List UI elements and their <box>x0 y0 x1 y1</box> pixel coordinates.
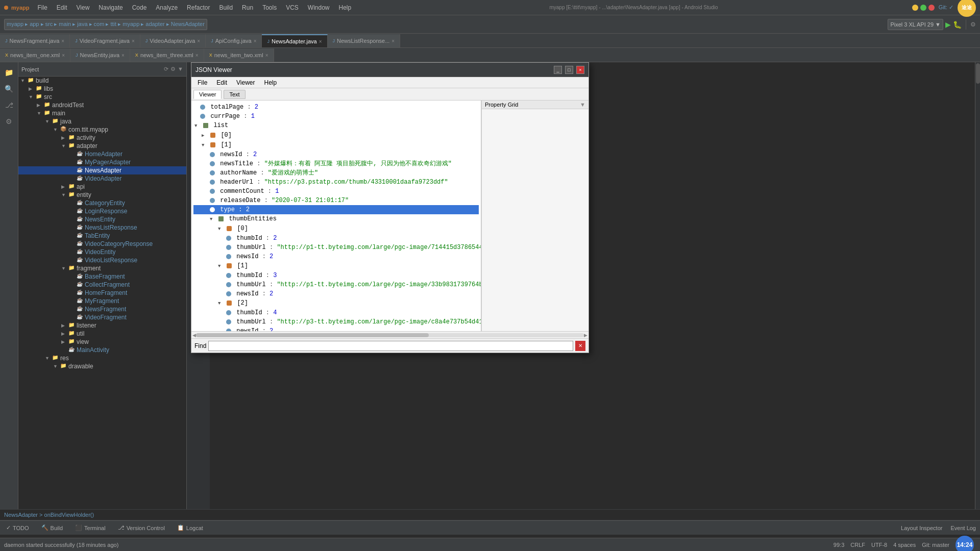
right-scrollbar[interactable] <box>975 62 980 509</box>
scroll-thumb[interactable] <box>976 63 980 84</box>
json-node-te2-newsid[interactable]: newsId : 2 <box>193 327 479 331</box>
json-node-headerurl[interactable]: headerUrl : "https://p3.pstatp.com/thumb… <box>193 178 479 187</box>
search-icon[interactable]: 🔍 <box>3 83 15 95</box>
json-node-totalpage[interactable]: totalPage : 2 <box>193 103 479 112</box>
json-node-releasedate[interactable]: releaseDate : "2020-07-31 21:01:17" <box>193 196 479 205</box>
json-node-newstitle[interactable]: newsTitle : "外媒爆料：有着 阿互隆 项目胎死腹中, 只因为他不喜欢… <box>193 159 479 168</box>
tree-item-api[interactable]: ▶ 📁 api <box>18 183 186 191</box>
tab-newsitemthree[interactable]: X news_item_three.xml × <box>130 48 204 62</box>
tab-videofragment[interactable]: J VideoFragment.java × <box>70 34 140 47</box>
json-node-te1-thumburl[interactable]: thumbUrl : "http://p1-tt.byteimg.com/lar… <box>193 280 479 289</box>
expand-button[interactable]: ▼ <box>202 141 207 150</box>
tab-close-button[interactable]: × <box>195 53 199 58</box>
tab-newsentity[interactable]: J NewsEntity.java × <box>70 48 130 62</box>
tree-item-loginresponse[interactable]: ☕ LoginResponse <box>18 207 186 215</box>
tab-apiconfig[interactable]: J ApiConfig.java × <box>206 34 262 47</box>
project-icon[interactable]: 📁 <box>3 66 15 79</box>
sidebar-sync-icon[interactable]: ⟳ <box>164 66 168 72</box>
tab-newsfragment[interactable]: J NewsFragment.java × <box>0 34 70 47</box>
git-side-icon[interactable]: ⎇ <box>3 99 15 111</box>
json-node-commentcount[interactable]: commentCount : 1 <box>193 187 479 196</box>
tree-item-basefragment[interactable]: ☕ BaseFragment <box>18 272 186 281</box>
json-node-list[interactable]: ▼ list <box>193 121 479 131</box>
expand-button[interactable]: ▼ <box>194 121 200 131</box>
tab-build[interactable]: 🔨 Build <box>39 523 65 532</box>
dialog-tab-viewer[interactable]: Viewer <box>193 90 222 99</box>
tree-item-homeadapter[interactable]: ☕ HomeAdapter <box>18 150 186 158</box>
sidebar-collapse-icon[interactable]: ▼ <box>178 66 183 72</box>
expand-button[interactable]: ▼ <box>210 215 215 224</box>
tab-videoadapter[interactable]: J VideoAdapter.java × <box>140 34 206 47</box>
tree-item-newslistresponse[interactable]: ☕ NewsListResponse <box>18 223 186 232</box>
tree-item-androidtest[interactable]: ▶ 📁 androidTest <box>18 101 186 109</box>
tree-item-java[interactable]: ▼ 📁 java <box>18 117 186 126</box>
tree-item-videocategoryresponse[interactable]: ☕ VideoCategoryResponse <box>18 240 186 248</box>
expand-button[interactable]: ▶ <box>202 131 207 140</box>
menu-window[interactable]: Window <box>304 2 334 13</box>
tree-item-src[interactable]: ▼ 📁 src <box>18 93 186 101</box>
tab-close-button[interactable]: × <box>391 38 395 44</box>
tree-item-videoadapter[interactable]: ☕ VideoAdapter <box>18 174 186 183</box>
tab-close-button[interactable]: × <box>197 38 200 44</box>
json-node-currpage[interactable]: currPage : 1 <box>193 112 479 121</box>
run-button[interactable]: ▶ <box>945 20 951 29</box>
tree-item-package[interactable]: ▼ 📦 com.ttit.myapp <box>18 126 186 134</box>
close-button[interactable] <box>928 5 935 11</box>
dialog-close-button[interactable]: × <box>576 66 584 74</box>
tab-close-button[interactable]: × <box>61 38 64 44</box>
json-node-te-0[interactable]: ▼ [0] <box>193 224 479 234</box>
tab-versioncontrol[interactable]: ⎇ Version Control <box>116 523 167 532</box>
event-log-label[interactable]: Event Log <box>950 525 976 531</box>
dialog-menu-edit[interactable]: Edit <box>212 78 231 87</box>
tree-item-videofragment-node[interactable]: ☕ VideoFragment <box>18 313 186 321</box>
tree-item-main[interactable]: ▼ 📁 main <box>18 109 186 117</box>
json-node-te0-newsid[interactable]: newsId : 2 <box>193 252 479 261</box>
json-node-list-0[interactable]: ▶ [0] <box>193 131 479 140</box>
dialog-menu-help[interactable]: Help <box>260 78 281 87</box>
menu-analyze[interactable]: Analyze <box>152 2 182 13</box>
property-grid-dropdown[interactable]: ▼ <box>580 102 585 108</box>
scroll-right-button[interactable]: ▶ <box>584 333 587 338</box>
tab-close-button[interactable]: × <box>62 53 65 58</box>
tab-close-button[interactable]: × <box>121 53 125 58</box>
expand-button[interactable]: ▼ <box>218 299 223 308</box>
tree-item-homefragment[interactable]: ☕ HomeFragment <box>18 289 186 297</box>
tree-item-tabentity[interactable]: ☕ TabEntity <box>18 232 186 240</box>
json-node-te0-thumburl[interactable]: thumbUrl : "http://p1-tt.byteimg.com/lar… <box>193 243 479 252</box>
tab-todo[interactable]: ✓ TODO <box>4 523 31 532</box>
tree-item-collectfragment[interactable]: ☕ CollectFragment <box>18 281 186 289</box>
json-node-type[interactable]: type : 2 <box>193 205 479 214</box>
scroll-track[interactable] <box>196 333 584 337</box>
json-node-te2-thumburl[interactable]: thumbUrl : "http://p3-tt.byteimg.com/lar… <box>193 317 479 327</box>
tab-newslistresponse[interactable]: J NewsListResponse... × <box>328 34 401 47</box>
json-node-te-1[interactable]: ▼ [1] <box>193 261 479 271</box>
find-input[interactable] <box>208 341 573 351</box>
tree-item-res[interactable]: ▼ 📁 res <box>18 354 186 362</box>
menu-run[interactable]: Run <box>238 2 257 13</box>
dialog-minimize-button[interactable]: _ <box>554 66 562 74</box>
menu-refactor[interactable]: Refactor <box>183 2 214 13</box>
tab-newsitemone[interactable]: X news_item_one.xml × <box>0 48 70 62</box>
json-tree[interactable]: totalPage : 2 currPage : 1 <box>191 101 481 331</box>
tree-item-newsfragment-node[interactable]: ☕ NewsFragment <box>18 305 186 313</box>
menu-view[interactable]: View <box>72 2 94 13</box>
menu-help[interactable]: Help <box>335 2 356 13</box>
scroll-thumb[interactable] <box>196 333 429 337</box>
layout-inspector-label[interactable]: Layout Inspector <box>901 525 942 531</box>
tab-newsitemtwo[interactable]: X news_item_two.xml × <box>204 48 274 62</box>
expand-button[interactable]: ▼ <box>218 224 223 234</box>
tab-close-button[interactable]: × <box>132 38 135 44</box>
dialog-maximize-button[interactable]: □ <box>565 66 573 74</box>
scroll-left-button[interactable]: ◀ <box>192 333 196 338</box>
json-node-te0-thumbid[interactable]: thumbId : 2 <box>193 234 479 243</box>
menu-code[interactable]: Code <box>128 2 151 13</box>
menu-edit[interactable]: Edit <box>53 2 71 13</box>
menu-file[interactable]: File <box>33 2 51 13</box>
menu-tools[interactable]: Tools <box>258 2 281 13</box>
project-dropdown[interactable]: myapp ▸ app ▸ src ▸ main ▸ java ▸ com ▸ … <box>4 19 207 30</box>
sidebar-settings-icon[interactable]: ⚙ <box>170 66 176 72</box>
json-node-list-1[interactable]: ▼ [1] <box>193 140 479 150</box>
tree-item-mypageradapter[interactable]: ☕ MyPagerAdapter <box>18 158 186 166</box>
tree-item-videolistresponse[interactable]: ☕ VideoListResponse <box>18 256 186 264</box>
tree-item-entity[interactable]: ▼ 📁 entity <box>18 191 186 199</box>
